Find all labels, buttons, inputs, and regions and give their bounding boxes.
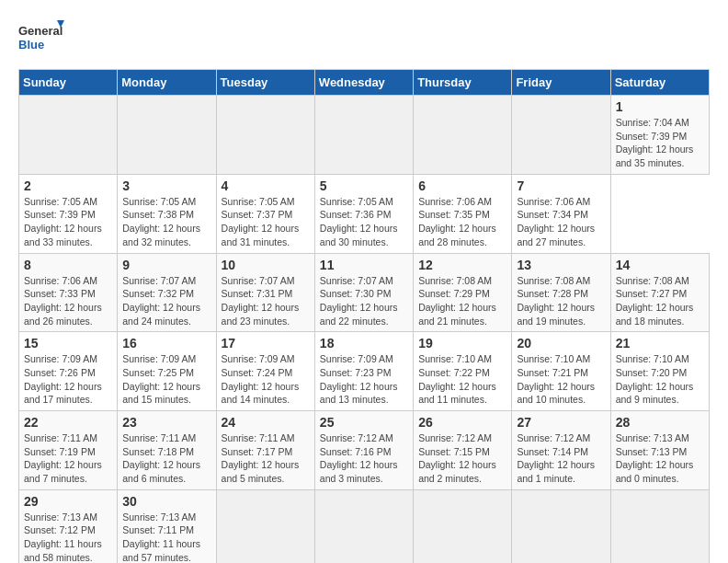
calendar-row: 29Sunrise: 7:13 AMSunset: 7:12 PMDayligh… [19, 489, 710, 563]
day-number: 20 [517, 336, 605, 350]
weekday-header-row: SundayMondayTuesdayWednesdayThursdayFrid… [19, 70, 710, 96]
svg-text:General: General [18, 24, 63, 38]
day-info: Sunrise: 7:09 AMSunset: 7:23 PMDaylight:… [320, 352, 408, 407]
calendar-day-18: 18Sunrise: 7:09 AMSunset: 7:23 PMDayligh… [314, 332, 413, 411]
weekday-header-sunday: Sunday [19, 70, 118, 96]
day-info: Sunrise: 7:06 AMSunset: 7:33 PMDaylight:… [24, 274, 112, 328]
day-info: Sunrise: 7:05 AMSunset: 7:36 PMDaylight:… [320, 195, 408, 249]
weekday-header-friday: Friday [512, 70, 610, 96]
day-info: Sunrise: 7:09 AMSunset: 7:26 PMDaylight:… [24, 352, 112, 407]
empty-cell [610, 489, 709, 563]
day-info: Sunrise: 7:09 AMSunset: 7:25 PMDaylight:… [122, 352, 210, 407]
calendar-day-23: 23Sunrise: 7:11 AMSunset: 7:18 PMDayligh… [118, 411, 216, 490]
day-info: Sunrise: 7:07 AMSunset: 7:30 PMDaylight:… [320, 274, 408, 328]
day-number: 22 [24, 415, 112, 430]
day-info: Sunrise: 7:10 AMSunset: 7:21 PMDaylight:… [517, 352, 605, 407]
day-number: 8 [24, 258, 112, 272]
empty-cell [512, 489, 610, 563]
day-number: 14 [616, 258, 704, 272]
day-number: 29 [24, 494, 112, 509]
calendar-row: 15Sunrise: 7:09 AMSunset: 7:26 PMDayligh… [19, 332, 710, 411]
day-info: Sunrise: 7:11 AMSunset: 7:18 PMDaylight:… [122, 431, 210, 486]
calendar-row: 1Sunrise: 7:04 AMSunset: 7:39 PMDaylight… [19, 96, 710, 175]
empty-cell [414, 489, 512, 563]
day-number: 7 [517, 178, 605, 193]
calendar-day-22: 22Sunrise: 7:11 AMSunset: 7:19 PMDayligh… [19, 411, 118, 490]
weekday-header-saturday: Saturday [610, 70, 709, 96]
day-number: 4 [222, 178, 310, 193]
day-number: 27 [517, 415, 605, 430]
day-info: Sunrise: 7:06 AMSunset: 7:35 PMDaylight:… [418, 195, 506, 249]
day-number: 19 [418, 336, 506, 350]
empty-cell [19, 96, 118, 175]
day-number: 12 [418, 258, 506, 272]
day-number: 15 [24, 336, 112, 350]
empty-cell [512, 96, 610, 175]
day-info: Sunrise: 7:07 AMSunset: 7:32 PMDaylight:… [122, 274, 210, 328]
calendar-day-1: 1Sunrise: 7:04 AMSunset: 7:39 PMDaylight… [610, 96, 709, 175]
day-info: Sunrise: 7:12 AMSunset: 7:14 PMDaylight:… [517, 431, 605, 486]
day-number: 6 [418, 178, 506, 193]
day-number: 16 [122, 336, 210, 350]
day-info: Sunrise: 7:08 AMSunset: 7:27 PMDaylight:… [616, 274, 704, 328]
calendar-day-29: 29Sunrise: 7:13 AMSunset: 7:12 PMDayligh… [19, 489, 118, 563]
day-info: Sunrise: 7:11 AMSunset: 7:17 PMDaylight:… [222, 431, 310, 486]
empty-cell [118, 96, 216, 175]
day-number: 1 [616, 99, 704, 114]
empty-cell [414, 96, 512, 175]
header: General Blue [18, 18, 710, 60]
calendar-row: 8Sunrise: 7:06 AMSunset: 7:33 PMDaylight… [19, 253, 710, 332]
calendar-day-25: 25Sunrise: 7:12 AMSunset: 7:16 PMDayligh… [314, 411, 413, 490]
day-number: 30 [122, 494, 210, 509]
empty-cell [216, 96, 314, 175]
day-info: Sunrise: 7:05 AMSunset: 7:39 PMDaylight:… [24, 195, 112, 249]
day-number: 25 [320, 415, 408, 430]
weekday-header-thursday: Thursday [414, 70, 512, 96]
empty-cell [314, 96, 413, 175]
day-info: Sunrise: 7:11 AMSunset: 7:19 PMDaylight:… [24, 431, 112, 486]
calendar-day-19: 19Sunrise: 7:10 AMSunset: 7:22 PMDayligh… [414, 332, 512, 411]
calendar-day-24: 24Sunrise: 7:11 AMSunset: 7:17 PMDayligh… [216, 411, 314, 490]
day-number: 3 [122, 178, 210, 193]
calendar-day-28: 28Sunrise: 7:13 AMSunset: 7:13 PMDayligh… [610, 411, 709, 490]
weekday-header-wednesday: Wednesday [314, 70, 413, 96]
day-number: 23 [122, 415, 210, 430]
calendar-day-30: 30Sunrise: 7:13 AMSunset: 7:11 PMDayligh… [118, 489, 216, 563]
calendar-day-13: 13Sunrise: 7:08 AMSunset: 7:28 PMDayligh… [512, 253, 610, 332]
calendar-day-9: 9Sunrise: 7:07 AMSunset: 7:32 PMDaylight… [118, 253, 216, 332]
calendar-day-4: 4Sunrise: 7:05 AMSunset: 7:37 PMDaylight… [216, 174, 314, 253]
calendar-day-27: 27Sunrise: 7:12 AMSunset: 7:14 PMDayligh… [512, 411, 610, 490]
calendar-table: SundayMondayTuesdayWednesdayThursdayFrid… [18, 69, 710, 563]
day-info: Sunrise: 7:10 AMSunset: 7:20 PMDaylight:… [616, 352, 704, 407]
day-number: 2 [24, 178, 112, 193]
day-info: Sunrise: 7:05 AMSunset: 7:38 PMDaylight:… [122, 195, 210, 249]
day-number: 13 [517, 258, 605, 272]
svg-text:Blue: Blue [18, 38, 44, 52]
calendar-day-6: 6Sunrise: 7:06 AMSunset: 7:35 PMDaylight… [414, 174, 512, 253]
calendar-day-10: 10Sunrise: 7:07 AMSunset: 7:31 PMDayligh… [216, 253, 314, 332]
calendar-day-15: 15Sunrise: 7:09 AMSunset: 7:26 PMDayligh… [19, 332, 118, 411]
day-number: 24 [222, 415, 310, 430]
empty-cell [216, 489, 314, 563]
calendar-day-11: 11Sunrise: 7:07 AMSunset: 7:30 PMDayligh… [314, 253, 413, 332]
empty-cell [314, 489, 413, 563]
calendar-row: 22Sunrise: 7:11 AMSunset: 7:19 PMDayligh… [19, 411, 710, 490]
day-info: Sunrise: 7:05 AMSunset: 7:37 PMDaylight:… [222, 195, 310, 249]
calendar-day-14: 14Sunrise: 7:08 AMSunset: 7:27 PMDayligh… [610, 253, 709, 332]
day-info: Sunrise: 7:12 AMSunset: 7:16 PMDaylight:… [320, 431, 408, 486]
weekday-header-tuesday: Tuesday [216, 70, 314, 96]
calendar-day-12: 12Sunrise: 7:08 AMSunset: 7:29 PMDayligh… [414, 253, 512, 332]
calendar-day-2: 2Sunrise: 7:05 AMSunset: 7:39 PMDaylight… [19, 174, 118, 253]
calendar-day-8: 8Sunrise: 7:06 AMSunset: 7:33 PMDaylight… [19, 253, 118, 332]
calendar-day-5: 5Sunrise: 7:05 AMSunset: 7:36 PMDaylight… [314, 174, 413, 253]
day-number: 17 [222, 336, 310, 350]
day-number: 9 [122, 258, 210, 272]
day-info: Sunrise: 7:12 AMSunset: 7:15 PMDaylight:… [418, 431, 506, 486]
day-info: Sunrise: 7:08 AMSunset: 7:29 PMDaylight:… [418, 274, 506, 328]
day-info: Sunrise: 7:07 AMSunset: 7:31 PMDaylight:… [222, 274, 310, 328]
calendar-day-3: 3Sunrise: 7:05 AMSunset: 7:38 PMDaylight… [118, 174, 216, 253]
calendar-row: 2Sunrise: 7:05 AMSunset: 7:39 PMDaylight… [19, 174, 710, 253]
calendar-day-16: 16Sunrise: 7:09 AMSunset: 7:25 PMDayligh… [118, 332, 216, 411]
day-number: 10 [222, 258, 310, 272]
day-info: Sunrise: 7:13 AMSunset: 7:13 PMDaylight:… [616, 431, 704, 486]
